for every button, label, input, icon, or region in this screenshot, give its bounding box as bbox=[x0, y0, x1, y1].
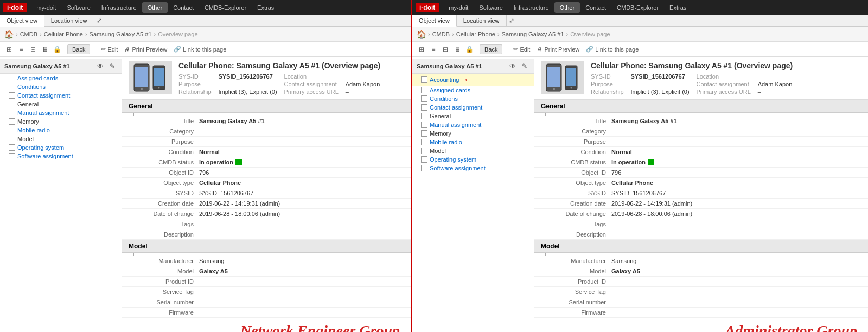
left-sidebar-item-general[interactable]: General bbox=[0, 100, 122, 108]
right-object-header: Cellular Phone: Samsung Galaxy A5 #1 (Ov… bbox=[534, 57, 868, 100]
left-sidebar-item-conditions[interactable]: Conditions bbox=[0, 82, 122, 91]
right-home-icon[interactable]: 🏠 bbox=[417, 30, 426, 39]
right-sidebar-edit-icon[interactable]: ✎ bbox=[520, 61, 529, 71]
right-nav-cmdb-explorer[interactable]: CMDB-Explorer bbox=[611, 2, 664, 13]
left-sidebar-item-model[interactable]: Model bbox=[0, 135, 122, 143]
left-nav-cmdb-explorer[interactable]: CMDB-Explorer bbox=[199, 2, 252, 13]
right-nav-other[interactable]: Other bbox=[554, 2, 580, 13]
right-sidebar-item-contact-assignment[interactable]: Contact assignment bbox=[412, 103, 534, 112]
left-edit-action[interactable]: ✏ Edit bbox=[101, 46, 118, 53]
right-cb-software[interactable] bbox=[421, 165, 427, 171]
left-list-icon[interactable]: ≡ bbox=[16, 44, 26, 54]
right-cb-general[interactable] bbox=[421, 113, 427, 119]
right-nav-extras[interactable]: Extras bbox=[664, 2, 692, 13]
right-cb-memory[interactable] bbox=[421, 130, 427, 137]
left-watermark: Network Engineer Group bbox=[122, 318, 411, 332]
right-breadcrumb-samsung[interactable]: Samsung Galaxy A5 #1 bbox=[502, 31, 564, 37]
left-cb-mobile-radio[interactable] bbox=[9, 127, 15, 133]
right-sidebar-eye-icon[interactable]: 👁 bbox=[508, 61, 518, 71]
right-sidebar-item-manual-assignment[interactable]: Manual assignment bbox=[412, 120, 534, 129]
right-grid-icon[interactable]: ⊞ bbox=[417, 44, 426, 54]
right-cb-manual[interactable] bbox=[421, 122, 427, 128]
left-cb-memory[interactable] bbox=[9, 118, 15, 125]
right-sidebar-item-accounting[interactable]: Accounting ← bbox=[412, 74, 534, 86]
left-nav-software[interactable]: Software bbox=[61, 2, 95, 13]
right-monitor-icon[interactable]: 🖥 bbox=[452, 44, 462, 54]
left-cb-os[interactable] bbox=[9, 144, 15, 151]
left-nav-infrastructure[interactable]: Infrastructure bbox=[96, 2, 142, 13]
right-nav-infrastructure[interactable]: Infrastructure bbox=[508, 2, 554, 13]
right-sidebar-item-general[interactable]: General bbox=[412, 112, 534, 120]
left-back-button[interactable]: Back bbox=[67, 44, 90, 54]
right-print-action[interactable]: 🖨 Print Preview bbox=[537, 46, 579, 53]
left-sidebar-item-manual-assignment[interactable]: Manual assignment bbox=[0, 108, 122, 117]
right-cols-icon[interactable]: ⊟ bbox=[441, 44, 450, 54]
left-sidebar-item-assigned-cards[interactable]: Assigned cards bbox=[0, 74, 122, 82]
left-expand-icon[interactable]: ⤢ bbox=[97, 17, 102, 24]
left-cb-general[interactable] bbox=[9, 101, 15, 107]
right-lock-icon[interactable]: 🔒 bbox=[464, 44, 474, 54]
left-nav-other[interactable]: Other bbox=[142, 2, 168, 13]
left-cb-software[interactable] bbox=[9, 153, 15, 159]
right-list-icon[interactable]: ≡ bbox=[429, 44, 438, 54]
right-sidebar-item-os[interactable]: Operating system bbox=[412, 155, 534, 164]
right-cb-accounting[interactable] bbox=[421, 76, 427, 83]
right-cb-contact[interactable] bbox=[421, 104, 427, 111]
left-relationship-value: Implicit (3), Explicit (0) bbox=[218, 88, 277, 95]
right-sidebar-item-conditions[interactable]: Conditions bbox=[412, 94, 534, 103]
right-cb-model[interactable] bbox=[421, 148, 427, 154]
right-nav-mydoit[interactable]: my-doit bbox=[443, 2, 474, 13]
right-sidebar-item-model[interactable]: Model bbox=[412, 146, 534, 155]
left-cb-conditions[interactable] bbox=[9, 84, 15, 90]
right-edit-action[interactable]: ✏ Edit bbox=[513, 46, 530, 53]
right-cb-assigned-cards[interactable] bbox=[421, 87, 427, 93]
left-sidebar-item-os[interactable]: Operating system bbox=[0, 143, 122, 152]
left-cb-manual[interactable] bbox=[9, 110, 15, 116]
right-breadcrumb-overview: Overview page bbox=[570, 31, 610, 37]
right-sidebar-item-memory[interactable]: Memory bbox=[412, 129, 534, 138]
left-cb-model[interactable] bbox=[9, 136, 15, 142]
left-sidebar-item-mobile-radio[interactable]: Mobile radio bbox=[0, 126, 122, 135]
left-home-icon[interactable]: 🏠 bbox=[4, 30, 14, 39]
right-tab-location-view[interactable]: Location view bbox=[457, 15, 507, 26]
right-sidebar-title: Samsung Galaxy A5 #1 bbox=[417, 63, 482, 69]
right-nav-software[interactable]: Software bbox=[474, 2, 508, 13]
left-tab-location-view[interactable]: Location view bbox=[44, 15, 94, 26]
left-breadcrumb-samsung[interactable]: Samsung Galaxy A5 #1 bbox=[90, 31, 152, 37]
right-cb-os[interactable] bbox=[421, 156, 427, 163]
left-cb-contact[interactable] bbox=[9, 92, 15, 99]
left-sidebar-item-software-assignment[interactable]: Software assignment bbox=[0, 152, 122, 161]
left-sidebar-item-contact-assignment[interactable]: Contact assignment bbox=[0, 91, 122, 100]
right-nav-contact[interactable]: Contact bbox=[580, 2, 611, 13]
left-print-action[interactable]: 🖨 Print Preview bbox=[124, 46, 167, 53]
left-breadcrumb-cellular[interactable]: Cellular Phone bbox=[44, 31, 83, 37]
left-tab-object-view[interactable]: Object view bbox=[0, 15, 44, 27]
right-sidebar-item-mobile-radio[interactable]: Mobile radio bbox=[412, 138, 534, 146]
left-link-action[interactable]: 🔗 Link to this page bbox=[174, 46, 226, 53]
right-sidebar-item-assigned-cards[interactable]: Assigned cards bbox=[412, 86, 534, 94]
left-lock-icon[interactable]: 🔒 bbox=[52, 44, 62, 54]
right-link-action[interactable]: 🔗 Link to this page bbox=[586, 46, 639, 53]
left-grid-icon[interactable]: ⊞ bbox=[4, 44, 14, 54]
left-nav-contact[interactable]: Contact bbox=[168, 2, 199, 13]
left-breadcrumb-cmdb[interactable]: CMDB bbox=[20, 31, 37, 37]
right-back-button[interactable]: Back bbox=[480, 44, 502, 54]
right-breadcrumb-cmdb[interactable]: CMDB bbox=[432, 31, 450, 37]
left-nav-extras[interactable]: Extras bbox=[252, 2, 279, 13]
right-sidebar-item-software-assignment[interactable]: Software assignment bbox=[412, 164, 534, 173]
right-breadcrumb-cellular[interactable]: Cellular Phone bbox=[456, 31, 495, 37]
right-cb-mobile-radio[interactable] bbox=[421, 139, 427, 145]
left-sidebar-item-memory[interactable]: Memory bbox=[0, 117, 122, 126]
right-tab-object-view[interactable]: Object view bbox=[412, 15, 457, 27]
left-cb-assigned-cards[interactable] bbox=[9, 75, 15, 81]
left-cols-icon[interactable]: ⊟ bbox=[28, 44, 38, 54]
right-expand-icon[interactable]: ⤢ bbox=[509, 17, 514, 24]
left-logo[interactable]: i-doit bbox=[3, 3, 27, 12]
left-sidebar-edit-icon[interactable]: ✎ bbox=[107, 61, 117, 71]
right-cb-conditions[interactable] bbox=[421, 95, 427, 102]
left-breadcrumb: 🏠 › CMDB › Cellular Phone › Samsung Gala… bbox=[0, 27, 411, 42]
left-sidebar-eye-icon[interactable]: 👁 bbox=[95, 61, 105, 71]
left-nav-mydoit[interactable]: my-doit bbox=[31, 2, 61, 13]
right-logo[interactable]: i-doit bbox=[416, 3, 439, 12]
left-monitor-icon[interactable]: 🖥 bbox=[40, 44, 50, 54]
